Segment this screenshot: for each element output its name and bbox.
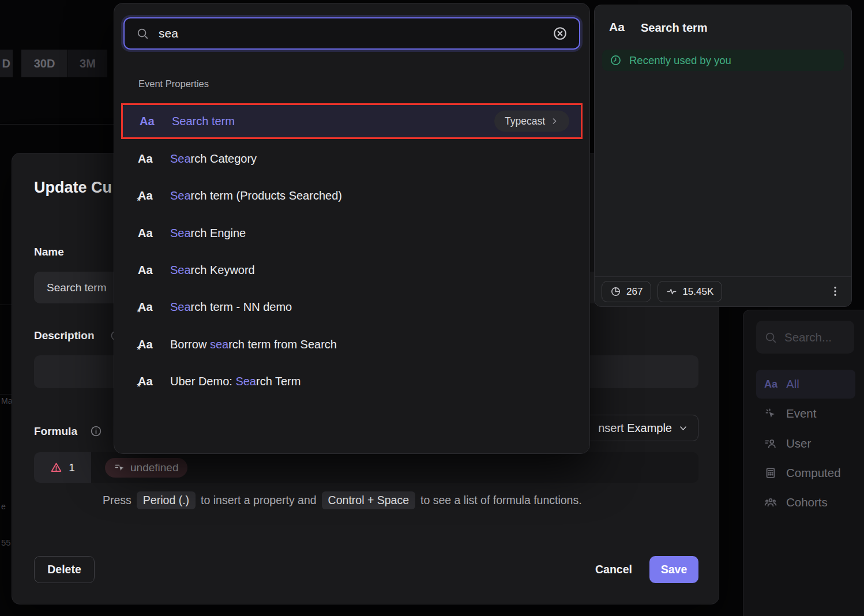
save-button[interactable]: Save bbox=[649, 556, 698, 583]
sidebar-filter-label: Event bbox=[786, 407, 816, 420]
insert-example-label: nsert Example bbox=[598, 422, 672, 435]
text-type-icon: Aa* bbox=[138, 338, 170, 351]
stat-value: 267 bbox=[626, 286, 643, 298]
text-type-icon: Aa bbox=[138, 264, 170, 277]
sidebar-filter-label: Computed bbox=[786, 466, 841, 480]
text-type-icon: Aa bbox=[609, 20, 625, 34]
sidebar-filter-label: User bbox=[786, 437, 811, 450]
period-key-chip: Period (.) bbox=[137, 491, 196, 509]
cancel-button[interactable]: Cancel bbox=[585, 556, 643, 583]
time-range-tab-3m[interactable]: 3M bbox=[68, 50, 107, 77]
property-label: Search Engine bbox=[170, 227, 246, 240]
sidebar-filter-label: All bbox=[786, 377, 799, 391]
time-range-tab-7d[interactable]: D bbox=[0, 50, 13, 77]
sidebar-search-input[interactable]: Search... bbox=[756, 321, 854, 354]
formula-error-count: 1 bbox=[69, 461, 75, 474]
property-list-item[interactable]: AaSearch Category bbox=[121, 140, 583, 177]
hint-text: Press bbox=[103, 494, 132, 507]
custom-property-star: * bbox=[137, 306, 141, 319]
search-icon bbox=[764, 331, 777, 344]
custom-property-icon bbox=[114, 462, 125, 473]
recently-used-badge: Recently used by you bbox=[602, 50, 844, 71]
property-list-item[interactable]: Aa*Uber Demo: Search Term bbox=[121, 363, 583, 400]
text-type-icon: Aa bbox=[138, 152, 170, 166]
chart-gridline bbox=[0, 394, 12, 395]
chevron-right-icon bbox=[550, 117, 559, 126]
event-icon bbox=[764, 407, 777, 420]
axis-label-fragment: e bbox=[1, 502, 6, 511]
text-type-icon: Aa* bbox=[138, 301, 170, 314]
name-input-value: Search term bbox=[47, 281, 106, 294]
clock-icon bbox=[610, 54, 622, 66]
name-label: Name bbox=[34, 246, 64, 258]
custom-property-star: * bbox=[137, 344, 141, 356]
property-list-item[interactable]: AaSearch termTypecast bbox=[123, 105, 581, 137]
text-type-icon: Aa* bbox=[138, 375, 170, 388]
text-type-icon: Aa bbox=[140, 115, 172, 128]
sidebar-filter-user[interactable]: User bbox=[756, 429, 855, 458]
annotation-highlight-box: AaSearch termTypecast bbox=[121, 103, 583, 139]
text-type-icon: Aa bbox=[764, 378, 777, 390]
description-label: Description bbox=[34, 329, 95, 342]
sidebar-filter-cohorts[interactable]: Cohorts bbox=[756, 488, 855, 517]
sidebar-filter-event[interactable]: Event bbox=[756, 399, 855, 428]
property-search-overlay: sea Event Properties AaSearch termTypeca… bbox=[114, 3, 590, 454]
insert-example-button[interactable]: nsert Example bbox=[583, 415, 698, 441]
property-list-item[interactable]: AaSearch Engine bbox=[121, 215, 583, 251]
sidebar-filter-all[interactable]: AaAll bbox=[756, 370, 855, 399]
chart-gridline bbox=[0, 305, 12, 305]
divider bbox=[595, 276, 851, 277]
property-list-item[interactable]: Aa*Borrow search term from Search bbox=[121, 326, 583, 363]
custom-property-star: * bbox=[137, 195, 141, 208]
property-list-item[interactable]: Aa*Search term (Products Searched) bbox=[121, 177, 583, 214]
text-type-icon: Aa bbox=[138, 227, 170, 240]
stat-pill[interactable]: 15.45K bbox=[658, 281, 722, 302]
time-range-tab-30d[interactable]: 30D bbox=[21, 50, 67, 77]
sidebar-filter-label: Cohorts bbox=[786, 495, 828, 509]
computed-icon bbox=[764, 467, 777, 479]
app-root: { "underlay": { "tabs": [ {"label": "D"}… bbox=[0, 0, 864, 616]
property-label: Uber Demo: Search Term bbox=[170, 375, 300, 388]
hint-text: to see a list of formula functions. bbox=[420, 494, 582, 507]
control-space-key-chip: Control + Space bbox=[322, 491, 415, 509]
property-label: Search term (Products Searched) bbox=[170, 189, 342, 202]
formula-chip-label: undefined bbox=[130, 461, 178, 474]
property-label: Search term bbox=[172, 115, 235, 128]
stat-value: 15.45K bbox=[682, 286, 713, 298]
more-options-button[interactable] bbox=[825, 281, 845, 301]
property-label: Search Keyword bbox=[170, 264, 255, 277]
kebab-menu-icon bbox=[829, 286, 841, 297]
user-icon bbox=[764, 437, 777, 450]
warning-icon bbox=[50, 461, 62, 474]
custom-property-star: * bbox=[137, 381, 141, 393]
text-type-icon: Aa* bbox=[138, 189, 170, 202]
formula-label: Formula bbox=[34, 425, 77, 438]
formula-undefined-chip[interactable]: undefined bbox=[105, 458, 187, 478]
property-detail-panel: Aa Search term Recently used by you 2671… bbox=[594, 5, 852, 307]
delete-button[interactable]: Delete bbox=[34, 556, 95, 583]
formula-error-gutter: 1 bbox=[34, 452, 91, 483]
stat-pill[interactable]: 267 bbox=[602, 281, 651, 302]
detail-stats-row: 26715.45K bbox=[602, 281, 722, 302]
property-list-item[interactable]: Aa*Search term - NN demo bbox=[121, 288, 583, 325]
property-list: AaSearch termTypecastAaSearch CategoryAa… bbox=[114, 3, 589, 453]
typecast-button[interactable]: Typecast bbox=[494, 111, 569, 132]
hint-text: to insert a property and bbox=[201, 494, 317, 507]
formula-hint: Press Period (.) to insert a property an… bbox=[103, 491, 582, 509]
activity-icon bbox=[666, 286, 677, 297]
typecast-label: Typecast bbox=[505, 115, 545, 127]
recently-used-label: Recently used by you bbox=[629, 54, 731, 67]
formula-input[interactable]: undefined bbox=[91, 452, 698, 483]
modal-title: Update Cu bbox=[34, 179, 112, 197]
pie-chart-icon bbox=[610, 286, 621, 297]
sidebar-filter-computed[interactable]: Computed bbox=[756, 459, 855, 487]
axis-label-fragment: 55 bbox=[1, 538, 11, 547]
sidebar-search-placeholder: Search... bbox=[784, 330, 832, 344]
filter-sidebar: Search... AaAllEventUserComputedCohorts bbox=[743, 310, 864, 616]
info-icon bbox=[90, 425, 102, 437]
property-list-item[interactable]: AaSearch Keyword bbox=[121, 251, 583, 288]
cohorts-icon bbox=[764, 496, 777, 509]
property-label: Search term - NN demo bbox=[170, 301, 292, 314]
detail-panel-title: Search term bbox=[641, 21, 708, 35]
chart-gridline bbox=[0, 124, 114, 125]
